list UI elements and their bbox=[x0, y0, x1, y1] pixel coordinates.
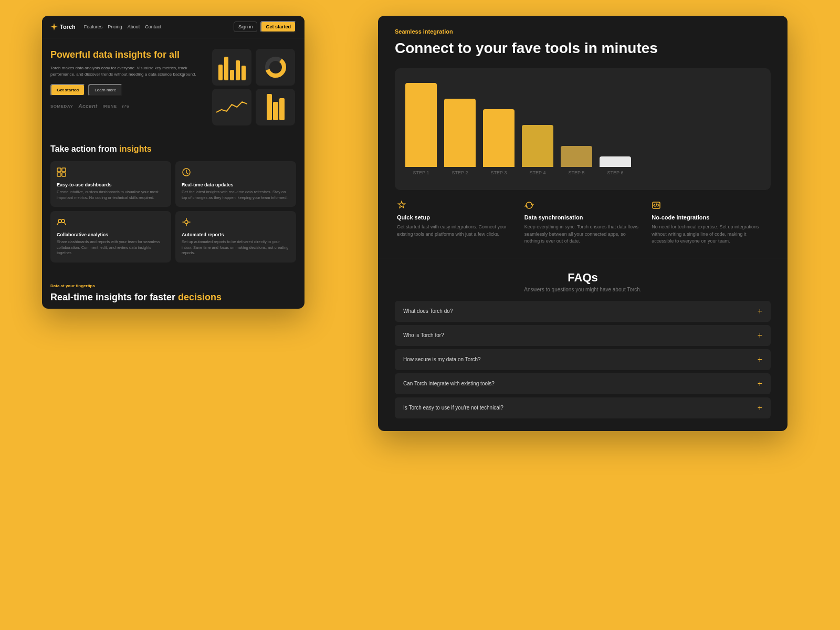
bottom-left-section: Data at your fingertips Real-time insigh… bbox=[42, 273, 304, 309]
signin-button[interactable]: Sign in bbox=[234, 22, 258, 32]
integration-features-row: Quick setup Get started fast with easy i… bbox=[395, 201, 771, 245]
quicksetup-title: Quick setup bbox=[397, 214, 514, 220]
partner-logos: SOMEDAY Accent IRENE n*a bbox=[50, 103, 206, 109]
hero-title: Powerful data insights for all bbox=[50, 49, 206, 61]
automated-icon bbox=[182, 217, 192, 228]
integration-section: Seamless integration Connect to your fav… bbox=[378, 16, 788, 258]
integration-chart: STEP 1 STEP 2 STEP 3 STEP 4 bbox=[395, 68, 771, 190]
integration-title: Connect to your fave tools in minutes bbox=[395, 39, 771, 58]
svg-rect-5 bbox=[57, 173, 61, 176]
bar-1 bbox=[405, 83, 437, 167]
logo-accent: Accent bbox=[78, 103, 97, 109]
feature-card-automated: Automated reports Set up automated repor… bbox=[175, 211, 296, 262]
realtime-icon bbox=[182, 167, 192, 178]
bar-3 bbox=[483, 109, 514, 167]
hero-section: Powerful data insights for all Torch mak… bbox=[42, 38, 304, 134]
mini-bar-2 bbox=[224, 57, 228, 80]
svg-point-2 bbox=[271, 63, 280, 71]
hero-content: Powerful data insights for all Torch mak… bbox=[50, 49, 206, 109]
mini-line-chart bbox=[216, 97, 247, 118]
nav-links: Features Pricing About Contact bbox=[84, 24, 162, 29]
svg-point-10 bbox=[185, 220, 188, 224]
datasync-desc: Keep everything in sync. Torch ensures t… bbox=[524, 224, 642, 245]
bar-group-2: STEP 2 bbox=[444, 99, 476, 175]
bottom-title: Real-time insights for faster decisions bbox=[50, 291, 296, 303]
faq-question-5: Is Torch easy to use if you're not techn… bbox=[403, 405, 503, 411]
feature-collaborative-desc: Share dashboards and reports with your t… bbox=[57, 239, 165, 256]
nav-contact[interactable]: Contact bbox=[145, 24, 161, 29]
faq-item-3[interactable]: How secure is my data on Torch? + bbox=[395, 349, 771, 370]
hero-getstarted-button[interactable]: Get started bbox=[50, 84, 85, 96]
collaborative-icon bbox=[57, 217, 67, 228]
feature-datasync: Data synchronisation Keep everything in … bbox=[524, 201, 642, 245]
bar-group-4: STEP 4 bbox=[522, 125, 553, 175]
mini-vbar-3 bbox=[279, 98, 285, 120]
svg-rect-6 bbox=[62, 173, 66, 176]
torch-logo-icon bbox=[50, 23, 58, 30]
dashboard-icon bbox=[57, 167, 67, 178]
mini-bar-5 bbox=[242, 66, 246, 80]
mini-donut-chart bbox=[264, 56, 287, 79]
feature-nocode: No-code integrations No need for technic… bbox=[652, 201, 769, 245]
feature-dashboards-title: Easy-to-use dashboards bbox=[57, 182, 165, 187]
nav-about[interactable]: About bbox=[128, 24, 140, 29]
mini-vbar-2 bbox=[273, 102, 278, 120]
feature-card-collaborative: Collaborative analytics Share dashboards… bbox=[50, 211, 171, 262]
faq-title: FAQs bbox=[395, 271, 771, 285]
faq-item-5[interactable]: Is Torch easy to use if you're not techn… bbox=[395, 397, 771, 418]
getstarted-button-nav[interactable]: Get started bbox=[260, 21, 296, 33]
bar-4 bbox=[522, 125, 553, 167]
bar-label-6: STEP 6 bbox=[607, 170, 624, 175]
feature-card-dashboards: Easy-to-use dashboards Create intuitive,… bbox=[50, 161, 171, 207]
faq-plus-5: + bbox=[758, 403, 762, 413]
bar-group-3: STEP 3 bbox=[483, 109, 514, 175]
hero-description: Torch makes data analysis easy for every… bbox=[50, 65, 206, 78]
hero-buttons: Get started Learn more bbox=[50, 84, 206, 96]
website-mockup-right: Seamless integration Connect to your fav… bbox=[378, 16, 788, 431]
faq-item-4[interactable]: Can Torch integrate with existing tools?… bbox=[395, 373, 771, 394]
faq-plus-1: + bbox=[758, 307, 762, 316]
nocode-desc: No need for technical expertise. Set up … bbox=[652, 224, 769, 245]
nav-actions: Sign in Get started bbox=[234, 21, 296, 33]
left-panel: Torch Features Pricing About Contact Sig… bbox=[0, 0, 346, 630]
bar-chart: STEP 1 STEP 2 STEP 3 STEP 4 bbox=[405, 81, 760, 175]
bar-group-6: STEP 6 bbox=[600, 156, 631, 175]
bar-label-5: STEP 5 bbox=[569, 170, 585, 175]
mini-bar-3 bbox=[230, 70, 234, 80]
logo-text: Torch bbox=[60, 24, 76, 30]
datasync-icon bbox=[524, 201, 642, 210]
vertical-bars-card bbox=[256, 89, 295, 125]
mini-vbar-chart bbox=[267, 94, 285, 120]
feature-dashboards-desc: Create intuitive, custom dashboards to v… bbox=[57, 190, 165, 201]
faq-question-2: Who is Torch for? bbox=[403, 332, 444, 338]
faq-item-2[interactable]: Who is Torch for? + bbox=[395, 325, 771, 346]
faq-list: What does Torch do? + Who is Torch for? … bbox=[395, 301, 771, 418]
navbar: Torch Features Pricing About Contact Sig… bbox=[42, 16, 304, 38]
feature-collaborative-title: Collaborative analytics bbox=[57, 232, 165, 237]
features-title: Take action from insights bbox=[50, 144, 296, 154]
logo-someday: SOMEDAY bbox=[50, 104, 73, 109]
features-section: Take action from insights Easy-to-use da… bbox=[42, 134, 304, 273]
bar-2 bbox=[444, 99, 476, 167]
logo: Torch bbox=[50, 23, 76, 30]
right-panel: Seamless integration Connect to your fav… bbox=[346, 0, 840, 630]
mini-bar-chart bbox=[218, 54, 246, 80]
faq-question-4: Can Torch integrate with existing tools? bbox=[403, 381, 495, 386]
svg-point-8 bbox=[58, 219, 61, 223]
nav-pricing[interactable]: Pricing bbox=[108, 24, 122, 29]
nav-features[interactable]: Features bbox=[84, 24, 103, 29]
feature-realtime-title: Real-time data updates bbox=[182, 182, 290, 187]
hero-learnmore-button[interactable]: Learn more bbox=[88, 84, 122, 96]
mini-vbar-1 bbox=[267, 94, 272, 120]
quicksetup-icon bbox=[397, 201, 514, 210]
nocode-icon bbox=[652, 201, 769, 210]
feature-realtime-desc: Get the latest insights with real-time d… bbox=[182, 190, 290, 201]
bar-label-1: STEP 1 bbox=[413, 170, 429, 175]
bar-5 bbox=[561, 146, 592, 167]
datasync-title: Data synchronisation bbox=[524, 214, 642, 220]
faq-question-3: How secure is my data on Torch? bbox=[403, 356, 481, 362]
logo-irene: IRENE bbox=[103, 104, 117, 109]
faq-item-1[interactable]: What does Torch do? + bbox=[395, 301, 771, 322]
bar-label-4: STEP 4 bbox=[530, 170, 546, 175]
quicksetup-desc: Get started fast with easy integrations.… bbox=[397, 224, 514, 238]
